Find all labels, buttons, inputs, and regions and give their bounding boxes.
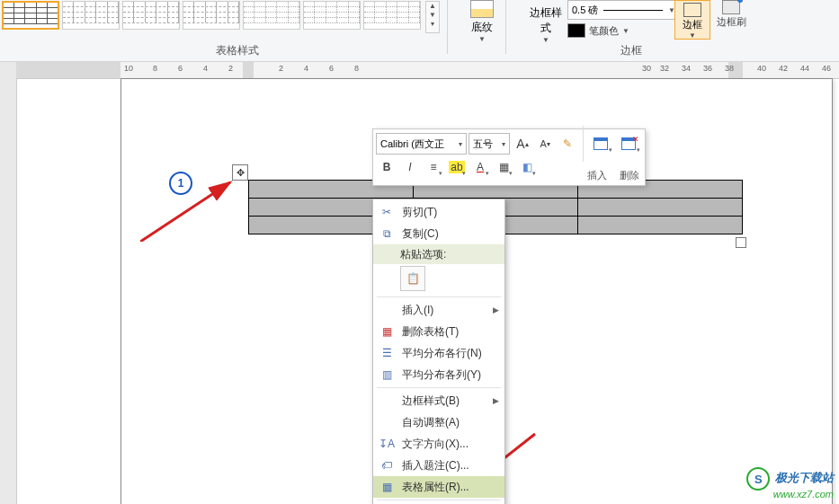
ruler-tick: 40 [757,64,766,73]
menu-label: 平均分布各列(Y) [402,367,481,383]
gallery-scroll[interactable]: ▲▼▾ [425,1,440,33]
menu-label: 文字方向(X)... [402,437,469,452]
menu-border-styles[interactable]: 边框样式(B)▶ [373,390,504,411]
shrink-font-button[interactable]: A▾ [535,133,556,155]
ruler-tick: 38 [725,64,734,73]
pen-color-swatch [567,23,585,38]
vertical-ruler[interactable] [0,62,17,504]
menu-insert-caption[interactable]: 🏷插入题注(C)... [373,455,504,476]
chevron-down-icon: ▼ [622,27,629,35]
pen-color-label: 笔颜色 [589,24,619,38]
table-style-4[interactable] [183,1,240,30]
horizontal-ruler[interactable]: 10 8 6 4 2 2 4 6 8 30 32 34 36 38 40 42 … [16,62,839,79]
menu-label: 插入(I) [402,303,433,318]
paste-keep-text-button[interactable]: 📋 [400,266,425,291]
table-style-3[interactable] [122,1,180,30]
border-painter-icon [722,0,740,14]
table-properties-icon: ▦ [379,481,395,493]
border-painter-button[interactable]: 边框刷 [716,0,746,29]
ruler-tick: 4 [304,64,308,73]
table-style-5[interactable] [243,1,300,30]
format-painter-button[interactable]: ✎ [558,133,578,155]
font-family-value: Calibri (西文正 [380,137,444,151]
menu-table-properties[interactable]: ▦表格属性(R)... [373,476,504,498]
align-button[interactable]: ≡▾ [423,156,444,178]
borders-button[interactable]: 边框 ▼ [674,0,710,40]
italic-button[interactable]: I [399,156,421,178]
bold-button[interactable]: B [376,156,397,178]
border-style-button[interactable]: 边框样式 ▼ [528,0,564,61]
borders-button-label: 边框 [675,18,710,31]
chevron-down-icon: ▼ [464,35,500,43]
border-painter-label: 边框刷 [716,15,746,29]
watermark-logo-icon: S [746,467,770,491]
menu-insert[interactable]: 插入(I)▶ [373,299,504,321]
ruler-tick: 2 [279,64,283,73]
paste-options-row: 📋 [373,264,504,295]
grow-font-button[interactable]: A▴ [512,133,532,155]
font-color-icon: A [477,161,484,173]
mini-toolbar: Calibri (西文正▾ 五号▾ A▴ A▾ ✎ ▾ ✕▾ B I ≡▾ ab… [372,128,646,186]
ruler-tick: 2 [228,64,233,73]
annotation-marker-1: 1 [169,172,192,195]
shading-mini-button[interactable]: ◧▾ [516,156,538,178]
menu-label: 删除表格(T) [402,324,459,340]
insert-table-menu[interactable]: ▾ [588,133,614,155]
dist-rows-icon: ☰ [379,347,395,359]
chevron-down-icon: ▾ [486,170,489,177]
chevron-right-icon: ▶ [493,396,499,405]
text-direction-icon: ↧A [379,438,395,450]
pen-color-button[interactable]: 笔颜色 ▼ [567,23,680,38]
ruler-tick: 30 [642,64,651,73]
insert-label: 插入 [587,169,607,182]
pen-weight-preview-line [603,10,663,11]
table-style-1[interactable] [2,1,59,30]
shading-button[interactable]: 底纹 ▼ [464,0,500,61]
chevron-down-icon: ▾ [509,170,513,177]
font-size-combo[interactable]: 五号▾ [469,133,511,155]
pen-weight-combo[interactable]: 0.5 磅 ▼ [567,0,680,20]
menu-label: 自动调整(A) [402,415,460,430]
table-resize-handle[interactable] [736,237,746,248]
borders-icon: ▦ [499,161,509,173]
watermark-brand: 极光下载站 [775,471,834,484]
menu-label: 复制(C) [402,226,439,242]
menu-distribute-cols[interactable]: ▥平均分布各列(Y) [373,364,504,385]
font-color-button[interactable]: A▾ [469,156,491,178]
ruler-tick: 4 [203,64,208,73]
chevron-down-icon: ▼ [528,36,564,44]
bucket-icon: ◧ [522,161,532,173]
ruler-tick: 34 [682,64,691,73]
highlight-button[interactable]: ab▾ [446,156,468,178]
borders-group-label: 边框 [620,43,642,58]
menu-autofit[interactable]: 自动调整(A) [373,411,504,433]
table-style-2[interactable] [62,1,120,30]
ruler-tick: 44 [800,64,809,73]
ruler-tick: 42 [779,64,788,73]
chevron-down-icon: ▾ [637,146,640,154]
table-style-6[interactable] [303,1,361,30]
font-family-combo[interactable]: Calibri (西文正▾ [376,133,467,155]
pen-weight-value: 0.5 磅 [572,4,598,17]
menu-cut[interactable]: ✂剪切(T) [373,201,504,223]
menu-label: 平均分布各行(N) [402,346,482,361]
table-icon [594,137,608,150]
ruler-tick: 46 [822,64,831,73]
menu-distribute-rows[interactable]: ☰平均分布各行(N) [373,342,504,364]
table-style-7[interactable] [363,1,421,30]
menu-label: 剪切(T) [402,205,437,220]
menu-delete-table[interactable]: ▦删除表格(T) [373,321,504,342]
table-context-menu: ✂剪切(T) ⧉复制(C) 粘贴选项: 📋 插入(I)▶ ▦删除表格(T) ☰平… [372,199,505,504]
delete-label: 删除 [620,169,639,182]
chevron-down-icon: ▾ [502,140,505,148]
ruler-tick: 8 [153,64,157,73]
menu-text-direction[interactable]: ↧A文字方向(X)... [373,433,504,455]
table-cell[interactable] [578,199,743,217]
delete-table-menu[interactable]: ✕▾ [616,133,642,155]
table-cell[interactable] [578,217,743,234]
table-move-handle[interactable]: ✥ [232,164,248,181]
borders-mini-button[interactable]: ▦▾ [493,156,514,178]
ruler-tick: 10 [124,64,133,73]
menu-label: 边框样式(B) [402,393,460,409]
menu-copy[interactable]: ⧉复制(C) [373,223,504,244]
